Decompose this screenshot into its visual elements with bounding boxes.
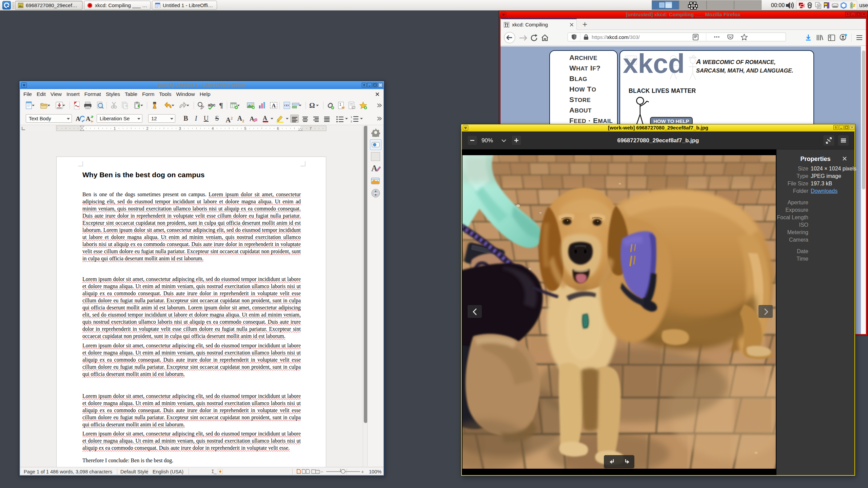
svg-text:A: A (263, 115, 267, 122)
svg-text:A: A (86, 115, 91, 122)
svg-text:7: 7 (310, 126, 312, 130)
svg-text:1: 1 (351, 116, 352, 119)
svg-text:3: 3 (179, 126, 181, 130)
svg-text:A: A (76, 115, 80, 122)
svg-text:i: i (353, 107, 353, 109)
svg-text:1: 1 (114, 126, 116, 130)
svg-text:Ω: Ω (309, 101, 315, 109)
svg-text:2: 2 (351, 120, 352, 123)
svg-text:6: 6 (277, 126, 279, 130)
svg-text:¶: ¶ (219, 101, 223, 109)
svg-text:4: 4 (212, 126, 214, 130)
svg-text:5: 5 (244, 126, 246, 130)
svg-text:1: 1 (339, 103, 341, 106)
svg-text:A: A (272, 102, 276, 109)
svg-text:2: 2 (146, 126, 149, 130)
